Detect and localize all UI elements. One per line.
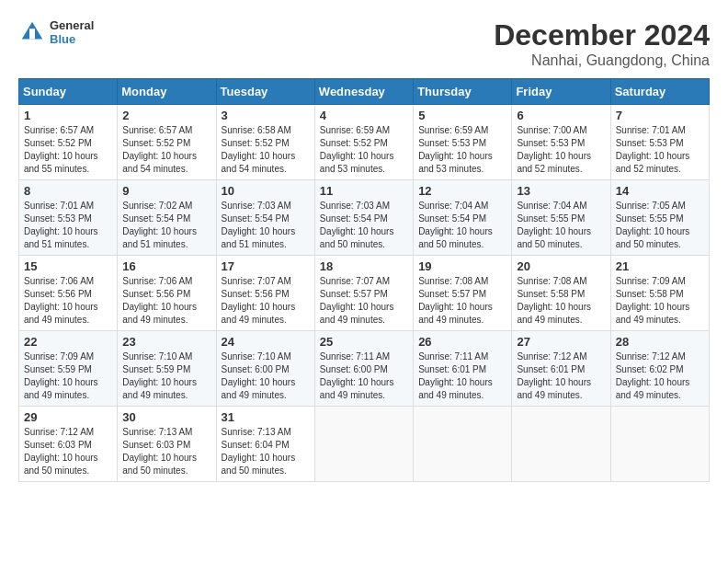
day-23: 23 Sunrise: 7:10 AMSunset: 5:59 PMDaylig… bbox=[118, 331, 216, 407]
day-13: 13 Sunrise: 7:04 AMSunset: 5:55 PMDaylig… bbox=[512, 180, 610, 256]
day-5: 5 Sunrise: 6:59 AMSunset: 5:53 PMDayligh… bbox=[414, 105, 512, 180]
empty-cell-1 bbox=[314, 407, 413, 482]
day-27: 27 Sunrise: 7:12 AMSunset: 6:01 PMDaylig… bbox=[512, 331, 610, 407]
header-thursday: Thursday bbox=[414, 79, 512, 105]
header-friday: Friday bbox=[512, 79, 610, 105]
day-9: 9 Sunrise: 7:02 AMSunset: 5:54 PMDayligh… bbox=[118, 180, 216, 256]
day-25: 25 Sunrise: 7:11 AMSunset: 6:00 PMDaylig… bbox=[314, 331, 413, 407]
day-21: 21 Sunrise: 7:09 AMSunset: 5:58 PMDaylig… bbox=[610, 256, 709, 331]
day-18: 18 Sunrise: 7:07 AMSunset: 5:57 PMDaylig… bbox=[314, 256, 413, 331]
day-16: 16 Sunrise: 7:06 AMSunset: 5:56 PMDaylig… bbox=[118, 256, 216, 331]
week-5: 29 Sunrise: 7:12 AMSunset: 6:03 PMDaylig… bbox=[19, 407, 710, 482]
header-sunday: Sunday bbox=[19, 79, 118, 105]
day-28: 28 Sunrise: 7:12 AMSunset: 6:02 PMDaylig… bbox=[610, 331, 709, 407]
weekday-header-row: Sunday Monday Tuesday Wednesday Thursday… bbox=[19, 79, 710, 105]
day-7: 7 Sunrise: 7:01 AMSunset: 5:53 PMDayligh… bbox=[610, 105, 709, 180]
empty-cell-2 bbox=[414, 407, 512, 482]
week-2: 8 Sunrise: 7:01 AMSunset: 5:53 PMDayligh… bbox=[19, 180, 710, 256]
day-1: 1 Sunrise: 6:57 AMSunset: 5:52 PMDayligh… bbox=[19, 105, 118, 180]
logo-icon bbox=[18, 18, 46, 46]
page-header: General Blue December 2024 Nanhai, Guang… bbox=[18, 18, 710, 69]
week-1: 1 Sunrise: 6:57 AMSunset: 5:52 PMDayligh… bbox=[19, 105, 710, 180]
header-monday: Monday bbox=[118, 79, 216, 105]
day-31: 31 Sunrise: 7:13 AMSunset: 6:04 PMDaylig… bbox=[216, 407, 314, 482]
day-12: 12 Sunrise: 7:04 AMSunset: 5:54 PMDaylig… bbox=[414, 180, 512, 256]
day-15: 15 Sunrise: 7:06 AMSunset: 5:56 PMDaylig… bbox=[19, 256, 118, 331]
calendar-title: December 2024 bbox=[494, 18, 710, 52]
empty-cell-4 bbox=[610, 407, 709, 482]
day-11: 11 Sunrise: 7:03 AMSunset: 5:54 PMDaylig… bbox=[314, 180, 413, 256]
day-22: 22 Sunrise: 7:09 AMSunset: 5:59 PMDaylig… bbox=[19, 331, 118, 407]
day-6: 6 Sunrise: 7:00 AMSunset: 5:53 PMDayligh… bbox=[512, 105, 610, 180]
week-3: 15 Sunrise: 7:06 AMSunset: 5:56 PMDaylig… bbox=[19, 256, 710, 331]
logo: General Blue bbox=[18, 18, 94, 46]
day-26: 26 Sunrise: 7:11 AMSunset: 6:01 PMDaylig… bbox=[414, 331, 512, 407]
day-14: 14 Sunrise: 7:05 AMSunset: 5:55 PMDaylig… bbox=[610, 180, 709, 256]
day-24: 24 Sunrise: 7:10 AMSunset: 6:00 PMDaylig… bbox=[216, 331, 314, 407]
header-wednesday: Wednesday bbox=[314, 79, 413, 105]
day-8: 8 Sunrise: 7:01 AMSunset: 5:53 PMDayligh… bbox=[19, 180, 118, 256]
day-20: 20 Sunrise: 7:08 AMSunset: 5:58 PMDaylig… bbox=[512, 256, 610, 331]
day-10: 10 Sunrise: 7:03 AMSunset: 5:54 PMDaylig… bbox=[216, 180, 314, 256]
header-tuesday: Tuesday bbox=[216, 79, 314, 105]
week-4: 22 Sunrise: 7:09 AMSunset: 5:59 PMDaylig… bbox=[19, 331, 710, 407]
logo-line2: Blue bbox=[50, 32, 94, 46]
header-saturday: Saturday bbox=[610, 79, 709, 105]
day-29: 29 Sunrise: 7:12 AMSunset: 6:03 PMDaylig… bbox=[19, 407, 118, 482]
logo-line1: General bbox=[50, 18, 94, 32]
day-2: 2 Sunrise: 6:57 AMSunset: 5:52 PMDayligh… bbox=[118, 105, 216, 180]
svg-rect-1 bbox=[29, 29, 35, 39]
logo-text: General Blue bbox=[50, 18, 94, 46]
day-17: 17 Sunrise: 7:07 AMSunset: 5:56 PMDaylig… bbox=[216, 256, 314, 331]
day-30: 30 Sunrise: 7:13 AMSunset: 6:03 PMDaylig… bbox=[118, 407, 216, 482]
day-4: 4 Sunrise: 6:59 AMSunset: 5:52 PMDayligh… bbox=[314, 105, 413, 180]
calendar-table: Sunday Monday Tuesday Wednesday Thursday… bbox=[18, 78, 710, 482]
day-19: 19 Sunrise: 7:08 AMSunset: 5:57 PMDaylig… bbox=[414, 256, 512, 331]
title-block: December 2024 Nanhai, Guangdong, China bbox=[494, 18, 710, 69]
empty-cell-3 bbox=[512, 407, 610, 482]
calendar-subtitle: Nanhai, Guangdong, China bbox=[494, 52, 710, 69]
day-3: 3 Sunrise: 6:58 AMSunset: 5:52 PMDayligh… bbox=[216, 105, 314, 180]
